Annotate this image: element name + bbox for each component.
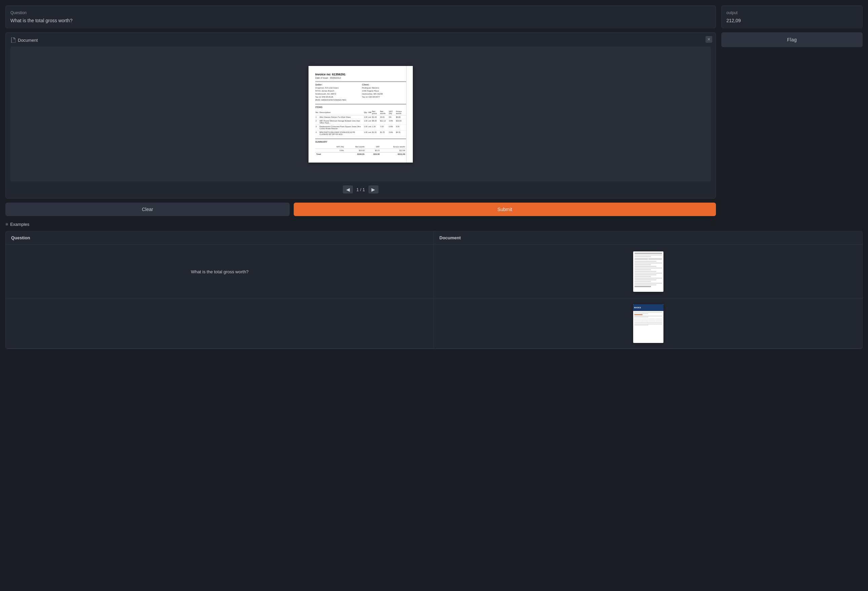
output-value: 212,09 <box>726 18 858 23</box>
close-document-button[interactable]: ✕ <box>706 36 712 43</box>
examples-row: What is the total gross worth? <box>6 245 862 299</box>
summary-table: VAT (%) Net worth VAT Gross worth 0.9% $… <box>315 145 406 156</box>
document-header: Document <box>10 37 711 43</box>
invoice-number: Invoice no: 61356291 <box>315 73 406 76</box>
example-doc-thumb-2: INVOICE <box>633 304 663 343</box>
prev-page-button[interactable]: ◀ <box>343 185 353 194</box>
examples-document-cell-1 <box>434 245 862 298</box>
section-divider-3 <box>315 138 406 139</box>
action-buttons: Clear Submit <box>5 202 716 216</box>
flag-button[interactable]: Flag <box>721 32 863 47</box>
question-value: What is the total gross worth? <box>10 18 711 23</box>
table-row: 1 Wire Glasses Gotnico Tur-Elver Glass 1… <box>315 115 406 119</box>
invoice-preview: Invoice no: 61356291 Date of issue: 09/0… <box>309 66 413 163</box>
examples-row-2: INVOICE <box>6 299 862 349</box>
table-row: 4 MINI PARTS ENLASER STAINLESS W PR CLAS… <box>315 130 406 136</box>
examples-header[interactable]: ≡ Examples <box>5 222 863 227</box>
question-card: Question What is the total gross worth? <box>5 5 716 28</box>
submit-button[interactable]: Submit <box>294 202 716 216</box>
examples-question-text-1: What is the total gross worth? <box>191 269 248 274</box>
question-label: Question <box>10 10 711 15</box>
question-col-header: Question <box>6 231 434 244</box>
table-row: 3 Replacement Corkscrew Parts Square Joi… <box>315 124 406 130</box>
seller-info: Seller: Chapman, Kim and Gears 54721 Jam… <box>315 83 359 102</box>
examples-question-cell-2 <box>6 299 434 348</box>
table-row: 2 WiFi Router Minimum Storage Multiple U… <box>315 119 406 124</box>
client-info: Client: Rodriguez Stevens 2180 Angela Pl… <box>362 83 406 102</box>
output-card: output 212,09 <box>721 5 863 28</box>
document-card: Document ✕ Invoice no: 61356291 Date of … <box>5 32 716 199</box>
document-title: Document <box>18 38 38 43</box>
examples-table: Question Document What is the total gros… <box>5 231 863 349</box>
summary-total-row: Total $190.81 $19.38 $212.09 <box>315 152 406 156</box>
examples-document-cell-2: INVOICE <box>434 299 862 348</box>
section-divider-2 <box>315 103 406 105</box>
examples-expand-icon: ≡ <box>5 222 8 227</box>
seller-client-section: Seller: Chapman, Kim and Gears 54721 Jam… <box>315 83 406 102</box>
output-label: output <box>726 10 858 15</box>
invoice-date: Date of issue: 09/06/2012 <box>315 77 406 79</box>
items-table: No. Description Qty UM Net price Net wor… <box>315 110 406 136</box>
section-divider-1 <box>315 81 406 82</box>
example-doc-thumb-1 <box>633 251 663 292</box>
page-info: 1 / 1 <box>356 187 365 192</box>
examples-table-header: Question Document <box>6 231 862 245</box>
document-preview-container: Invoice no: 61356291 Date of issue: 09/0… <box>10 47 711 182</box>
examples-question-cell-1: What is the total gross worth? <box>6 245 434 298</box>
clear-button[interactable]: Clear <box>5 202 290 216</box>
document-icon <box>10 37 16 43</box>
document-col-header: Document <box>434 231 862 244</box>
examples-section: ≡ Examples Question Document What is the… <box>5 222 863 349</box>
examples-label: Examples <box>10 222 29 227</box>
pagination: ◀ 1 / 1 ▶ <box>10 185 711 194</box>
next-page-button[interactable]: ▶ <box>368 185 378 194</box>
table-row: 0.9% $10.63 $0.23 $12.06 <box>315 148 406 152</box>
